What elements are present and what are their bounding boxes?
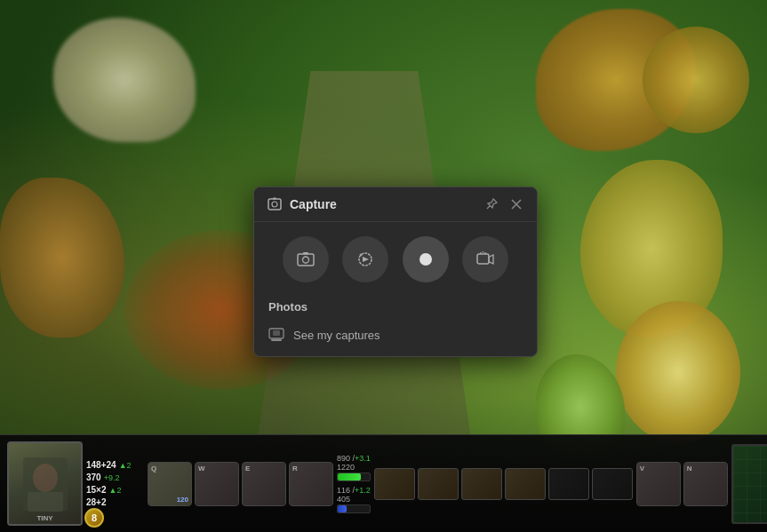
stat-row: 28+2 [86,497,144,507]
mana-bar-track [337,504,371,513]
item-slot-3[interactable] [461,468,502,500]
camera-icon [296,250,316,269]
abilities-bar: Q 120 W E R [148,462,333,506]
capture-dialog-title: Capture [290,197,337,211]
pin-button[interactable] [483,196,499,212]
stat-row: 370 +9.2 [86,472,144,482]
webcam-icon [475,250,495,269]
ability-slot-n[interactable]: N [683,462,728,506]
minimap[interactable] [731,444,767,524]
mana-delta: +1.2 [355,486,371,504]
item-slots [374,468,633,500]
ability-key: N [687,465,692,472]
health-bar-container: 890 / 1220 +3.1 [337,454,371,481]
capture-title-actions [483,196,524,212]
svg-rect-9 [298,254,314,266]
screenshot-button[interactable] [283,236,329,282]
ability-key: W [198,465,205,472]
close-button[interactable] [508,196,524,212]
ability-slot-r[interactable]: R [289,462,333,506]
stat-delta: ▲2 [109,486,122,495]
item-slot-1[interactable] [374,468,415,500]
stat-value: 148+24 [86,460,116,470]
capture-section-label: Photos [254,297,537,321]
ability-key: R [292,465,298,472]
replay-icon [356,250,375,269]
health-values: 890 / 1220 [337,454,355,472]
health-delta: +3.1 [355,454,371,472]
stat-delta: ▲2 [119,461,132,470]
health-label: 890 / 1220 +3.1 [337,454,371,472]
hero-portrait: TINY [7,441,83,526]
mana-bar-container: 116 / 405 +1.2 [337,486,371,513]
level-badge: 8 [84,508,104,528]
see-captures-link[interactable]: See my captures [254,321,537,356]
item-slot-5[interactable] [548,468,589,500]
svg-rect-5 [273,198,276,200]
instant-replay-button[interactable] [342,236,388,282]
hud-stats: 148+24 ▲2 370 +9.2 15×2 ▲2 28+2 [86,460,144,507]
ability-key: Q [151,465,156,472]
tree-cluster [616,301,740,443]
svg-rect-13 [477,254,489,264]
health-bar-fill [338,473,361,480]
hero-name: TINY [9,514,81,522]
webcam-button[interactable] [462,236,508,282]
health-mana-section: 890 / 1220 +3.1 116 / 405 +1.2 [337,454,371,513]
minimap-grid [733,446,767,522]
stat-value: 28+2 [86,497,107,507]
svg-point-4 [272,202,277,207]
close-icon [510,198,523,210]
svg-rect-11 [303,252,308,255]
ability-key: V [640,465,644,472]
gallery-icon [268,328,284,342]
ability-slot-q[interactable]: Q 120 [148,462,192,506]
extra-abilities-bar: V N [636,462,728,506]
stat-row: 15×2 ▲2 [86,485,144,495]
tree-cluster [53,18,196,142]
ability-key: E [245,465,250,472]
pin-icon [484,197,499,211]
svg-rect-18 [271,339,282,341]
item-slot-2[interactable] [418,468,459,500]
hud-bar: TINY 8 148+24 ▲2 370 +9.2 15×2 ▲2 28+2 Q… [0,434,767,532]
svg-rect-2 [28,492,63,512]
mana-bar-fill [338,505,347,512]
capture-dialog: Capture [253,187,538,357]
stat-row: 148+24 ▲2 [86,460,144,470]
ability-slot-v[interactable]: V [636,462,681,506]
item-slot-4[interactable] [505,468,546,500]
capture-dialog-icon [267,196,283,212]
record-dot [419,253,432,266]
tree-cluster [643,27,749,133]
stat-value: 15×2 [86,485,107,495]
ability-slot-e[interactable]: E [242,462,286,506]
svg-line-6 [487,206,491,210]
item-slot-6[interactable] [592,468,633,500]
capture-titlebar: Capture [254,187,537,222]
mana-label: 116 / 405 +1.2 [337,486,371,504]
ability-slot-w[interactable]: W [195,462,239,506]
svg-rect-3 [268,199,281,210]
health-bar-track [337,472,371,481]
capture-toolbar [254,222,537,297]
captures-link-text: See my captures [293,329,380,342]
ability-cooldown: 120 [177,496,188,504]
tree-cluster [0,178,124,337]
mana-values: 116 / 405 [337,486,355,504]
stat-value: 370 [86,472,101,482]
stat-delta: +9.2 [104,473,120,482]
svg-point-10 [302,257,308,263]
capture-title-left: Capture [267,196,337,212]
svg-rect-19 [273,330,280,336]
record-button[interactable] [403,236,449,282]
svg-point-1 [33,464,58,492]
